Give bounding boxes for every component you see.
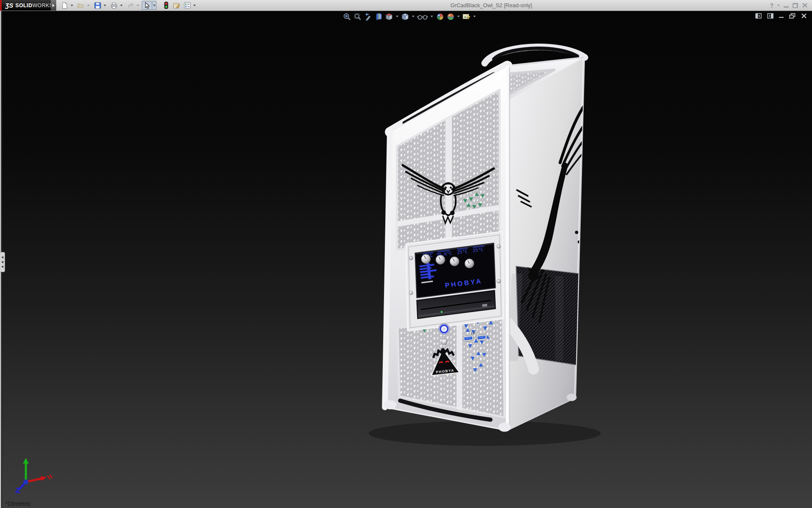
options-dropdown[interactable] xyxy=(192,1,197,10)
open-folder-icon xyxy=(77,2,85,9)
brand-solid-text: SOLID xyxy=(15,3,32,8)
sketch-button[interactable] xyxy=(171,1,182,10)
solidworks-logo-mark-icon: ƷS xyxy=(5,2,13,9)
menu-expand-button[interactable] xyxy=(51,0,56,11)
app-titlebar: ƷS SOLIDWORKS GrCad xyxy=(0,0,812,11)
model-rear-foot xyxy=(567,394,577,401)
undo-dropdown[interactable] xyxy=(136,1,140,10)
brand-works-text: WORKS xyxy=(32,3,53,8)
save-dropdown[interactable] xyxy=(103,1,107,10)
reference-triad xyxy=(16,458,52,492)
new-dropdown[interactable] xyxy=(70,1,74,10)
window-controls: ? xyxy=(770,0,808,11)
dvd-led xyxy=(441,311,443,313)
triad-y-axis xyxy=(23,458,29,464)
document-title: GrCadBlack_Owl_S2 [Read-only] xyxy=(450,0,532,11)
restore-button[interactable] xyxy=(793,3,798,8)
save-floppy-icon xyxy=(94,2,101,9)
model-reset-button[interactable] xyxy=(442,339,447,345)
select-dropdown[interactable] xyxy=(152,1,156,10)
view-orientation-label: *Dimetric xyxy=(5,500,31,507)
model-side-panel xyxy=(507,58,592,431)
undo-arrow-icon xyxy=(127,2,134,9)
undo-button[interactable] xyxy=(125,1,136,10)
solidworks-logo: ƷS SOLIDWORKS xyxy=(0,0,51,11)
model-canvas[interactable]: 25°C 35.6°C 25°C 25°C PHOBYA xyxy=(0,11,812,508)
triad-z-axis xyxy=(16,489,20,492)
new-document-icon xyxy=(61,2,68,9)
save-button[interactable] xyxy=(92,1,103,10)
help-dropdown[interactable] xyxy=(777,5,780,6)
chevron-right-icon xyxy=(52,4,55,7)
print-button[interactable] xyxy=(109,1,119,10)
minimize-button[interactable] xyxy=(784,6,789,8)
sketch-notepad-icon xyxy=(173,2,180,9)
brand-red-stripe xyxy=(0,0,2,11)
close-button[interactable] xyxy=(802,3,808,8)
options-button[interactable] xyxy=(182,1,192,10)
traffic-light-icon xyxy=(164,2,168,9)
standard-toolbar xyxy=(59,0,198,10)
model-front-left-foot xyxy=(384,400,396,409)
cursor-arrow-icon xyxy=(144,2,150,9)
triad-x-axis xyxy=(41,476,47,481)
print-dropdown[interactable] xyxy=(119,1,123,10)
open-dropdown[interactable] xyxy=(86,1,91,10)
open-document-button[interactable] xyxy=(76,1,86,10)
new-document-button[interactable] xyxy=(59,1,70,10)
printer-icon xyxy=(110,2,118,9)
graphics-area[interactable]: 25°C 35.6°C 25°C 25°C PHOBYA xyxy=(0,11,812,508)
select-tool-button[interactable] xyxy=(142,1,152,10)
options-checklist-icon xyxy=(184,2,191,8)
rebuild-button[interactable] xyxy=(161,1,171,10)
model-front-right-foot xyxy=(498,422,510,432)
help-button[interactable]: ? xyxy=(770,2,774,9)
model-power-button[interactable] xyxy=(439,323,450,334)
